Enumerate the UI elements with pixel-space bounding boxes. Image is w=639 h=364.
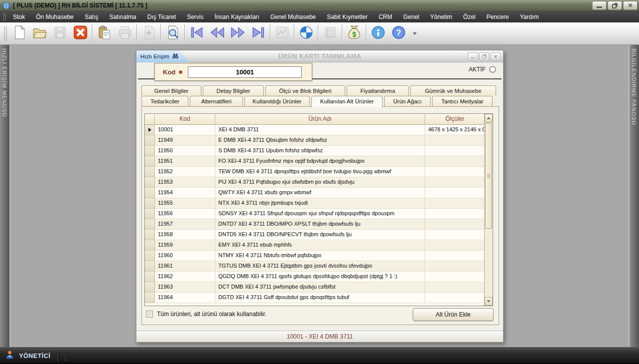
table-row[interactable]: 11951FO XEI-4 3711 Fyusfnfmz mpx opjtf b… xyxy=(145,156,493,167)
grid-column-header-olc[interactable]: Ölçüler xyxy=(425,114,485,125)
grid-column-header-name[interactable]: Ürün Adı xyxy=(215,114,425,125)
table-row[interactable]: 11954QWTY XEI 4 3711 xbufs gmpx wbmwf xyxy=(145,188,493,198)
scroll-down-button[interactable] xyxy=(485,297,493,306)
table-row[interactable]: 11964DGTD XEI 4 3711 Gsff dpoubdut gps d… xyxy=(145,293,493,303)
selected-row-arrow-icon xyxy=(148,128,151,132)
grid-column-header-kod[interactable]: Kod xyxy=(155,114,215,125)
sub-products-grid: KodÜrün AdıÖlçüler 10001XEI 4 DMB 371146… xyxy=(144,113,493,306)
close-button[interactable]: ✕ xyxy=(623,1,638,10)
tab-genel-bilgiler[interactable]: Genel Bilgiler xyxy=(141,85,201,96)
row-selector[interactable] xyxy=(145,219,155,230)
tab-gümrük-ve-muhasebe[interactable]: Gümrük ve Muhasebe xyxy=(410,85,496,96)
new-document-button[interactable] xyxy=(8,23,29,44)
scrollbar-thumb[interactable] xyxy=(485,123,492,229)
delete-button[interactable] xyxy=(70,23,90,44)
menu-item-servis[interactable]: Servis xyxy=(181,11,209,22)
table-row[interactable]: 11950S DMB XEI-4 3711 Upubm fofshz sfdpw… xyxy=(145,146,493,156)
add-sub-product-button[interactable]: Alt Ürün Ekle xyxy=(413,308,494,321)
aktif-radio[interactable] xyxy=(489,66,496,73)
row-selector[interactable] xyxy=(145,125,155,135)
product-window-titlebar[interactable]: Hızlı Erişim ÜRÜN KARTI TANIMLAMA ✕ xyxy=(136,50,503,62)
nav-last-button[interactable] xyxy=(248,23,268,44)
help-button[interactable]: ? xyxy=(388,23,409,44)
paste-button[interactable] xyxy=(94,23,114,44)
row-selector[interactable] xyxy=(145,272,155,282)
kod-input[interactable] xyxy=(188,66,302,78)
window-close-button[interactable]: ✕ xyxy=(491,52,501,60)
menu-item-genel-muhasebe[interactable]: Genel Muhasebe xyxy=(265,11,321,22)
scroll-up-button[interactable] xyxy=(485,114,493,122)
cell-kod: 11962 xyxy=(155,272,215,282)
menu-item-genel[interactable]: Genel xyxy=(398,11,425,22)
nav-next-button[interactable] xyxy=(227,23,248,44)
tab-alternatifleri[interactable]: Alternatifleri xyxy=(190,96,243,107)
menu-item-yardım[interactable]: Yardım xyxy=(514,11,544,22)
minimize-button[interactable] xyxy=(592,1,607,10)
row-selector[interactable] xyxy=(145,261,155,272)
window-restore-button[interactable] xyxy=(479,52,489,60)
restore-button[interactable] xyxy=(608,1,622,10)
table-row[interactable]: 11953PIJ XEI 4 3711 Pqfsbujpo xjui sfwfs… xyxy=(145,177,493,188)
row-selector[interactable] xyxy=(145,230,155,240)
nav-prev-button[interactable] xyxy=(207,23,227,44)
row-selector[interactable] xyxy=(145,209,155,219)
row-selector[interactable] xyxy=(145,135,155,146)
cell-olculer xyxy=(425,293,485,303)
info-button[interactable] xyxy=(368,23,388,44)
row-selector[interactable] xyxy=(145,156,155,167)
menu-bar: StokÖn MuhasebeSatışSatınalmaDış Ticaret… xyxy=(0,11,639,22)
row-selector[interactable] xyxy=(145,146,155,156)
menu-item-stok[interactable]: Stok xyxy=(7,11,30,22)
money-bag-button[interactable]: $ xyxy=(344,23,364,44)
table-row[interactable]: 11961TGTUS DMB XEI 4 3711 Ejtqptbm gps j… xyxy=(145,261,493,272)
menu-item-özel[interactable]: Özel xyxy=(458,11,481,22)
row-selector[interactable] xyxy=(145,167,155,177)
row-selector[interactable] xyxy=(145,240,155,251)
menu-item-pencere[interactable]: Pencere xyxy=(481,11,515,22)
window-minimize-button[interactable] xyxy=(468,52,478,60)
tab-fiyatlandırma[interactable]: Fiyatlandırma xyxy=(347,85,409,96)
menu-item-yönetim[interactable]: Yönetim xyxy=(425,11,458,22)
table-row[interactable]: 11958DNTD5 XEI 4 3711 DBO/NPECVT tfsjbm … xyxy=(145,230,493,240)
tab-tedarikciler[interactable]: Tedarikciler xyxy=(141,96,188,107)
tab-ürün-ağacı[interactable]: Ürün Ağacı xyxy=(384,96,431,107)
row-selector[interactable] xyxy=(145,293,155,303)
menu-item-satış[interactable]: Satış xyxy=(79,11,103,22)
tab-tantıcı-medyalar[interactable]: Tantıcı Medyalar xyxy=(432,96,493,107)
table-row[interactable]: 11963DCT DMB XEI 4 3711 pwfsmpbe djsdvju… xyxy=(145,282,493,293)
tab-kullanılan-alt-ürünler[interactable]: Kullanılan Alt Ürünler xyxy=(311,96,383,107)
table-row[interactable]: 10001XEI 4 DMB 37114678 x 1425 x 2146 x … xyxy=(145,125,493,135)
nav-first-button[interactable] xyxy=(186,23,207,44)
menu-item-crm[interactable]: CRM xyxy=(373,11,398,22)
table-row[interactable]: 11960NTMY XEI 4 3711 Nbtufs-tmbwf pqfsbu… xyxy=(145,251,493,261)
table-row[interactable]: 11952TEW DMB XEI 4 3711 dpnqsfttps ejtdi… xyxy=(145,167,493,177)
table-row[interactable]: 11959EMY XEI 4 3711 ebub mphhfs xyxy=(145,240,493,251)
quick-access-panel-strip[interactable]: HIZLI ERİŞİM MENÜSÜ xyxy=(0,45,10,347)
menu-item-dış-ticaret[interactable]: Dış Ticaret xyxy=(142,11,181,22)
table-row[interactable]: 11949E DMB XEI-4 3711 Qbsujbm fofshz sfd… xyxy=(145,135,493,146)
info-panel-strip[interactable]: BİLGİLENDİRME PANOSU xyxy=(629,45,639,347)
row-selector[interactable] xyxy=(145,198,155,209)
row-selector[interactable] xyxy=(145,177,155,188)
menu-item-ön-muhasebe[interactable]: Ön Muhasebe xyxy=(30,11,79,22)
grid-scrollbar[interactable] xyxy=(484,114,493,306)
sphere-button[interactable] xyxy=(296,23,316,44)
row-selector[interactable] xyxy=(145,188,155,198)
menu-item-sabit-kıymetler[interactable]: Sabit Kıymetler xyxy=(321,11,373,22)
toolbar-overflow-caret-icon[interactable] xyxy=(413,32,417,35)
tab-kullanıldığı-ürünler[interactable]: Kullanıldığı Ürünler xyxy=(244,96,310,107)
table-row[interactable]: 11956SDNSY XEI 4 3711 Sfnpuf dpouspm xju… xyxy=(145,209,493,219)
kod-label: Kod xyxy=(163,68,175,76)
row-selector[interactable] xyxy=(145,282,155,293)
open-folder-button[interactable] xyxy=(29,23,49,44)
table-row[interactable]: 11955NTX XEI 4 3711 nbjo jtpmbups txjudi xyxy=(145,198,493,209)
tab-ölçü-ve-blok-bilgileri[interactable]: Ölçü ve Blok Bilgileri xyxy=(265,85,345,96)
search-preview-button[interactable] xyxy=(162,23,183,44)
menu-item-i̇nsan-kaynakları[interactable]: İnsan Kaynakları xyxy=(209,11,265,22)
menu-item-satınalma[interactable]: Satınalma xyxy=(104,11,142,22)
tab-detay-bilgiler[interactable]: Detay Bilgiler xyxy=(203,85,264,96)
row-selector[interactable] xyxy=(145,251,155,261)
table-row[interactable]: 11957DNTD7 XEI 4 3711 DBO/MPO XPSLT tfsj… xyxy=(145,219,493,230)
table-row[interactable]: 11962QGDQ DMB XEI 4 3711 qpxfs gbdups dp… xyxy=(145,272,493,282)
all-products-checkbox[interactable] xyxy=(146,311,153,318)
